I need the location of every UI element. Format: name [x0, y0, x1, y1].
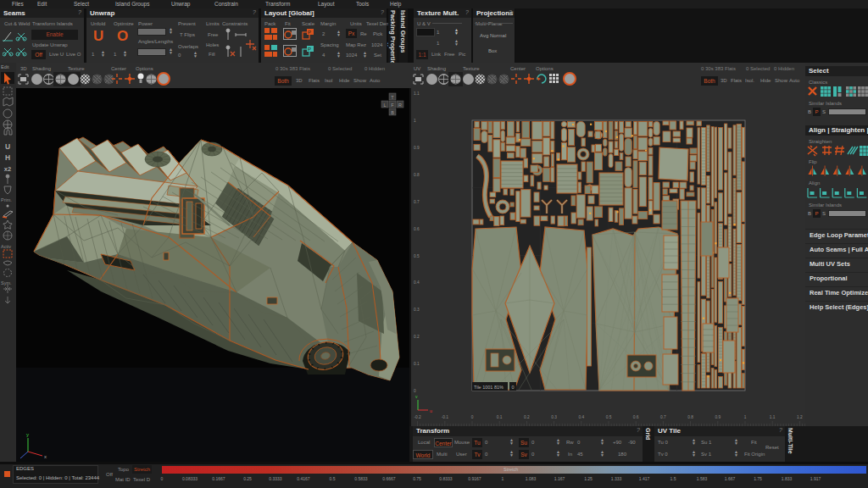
svg-text:H: H	[5, 153, 10, 162]
svg-text:0.3: 0.3	[414, 308, 420, 312]
svg-text:1.1: 1.1	[770, 415, 776, 419]
svg-text:x2: x2	[4, 165, 11, 173]
svg-text:0.4: 0.4	[578, 415, 584, 419]
svg-text:0.5: 0.5	[606, 415, 612, 419]
svg-text:0.7: 0.7	[660, 415, 666, 419]
svg-text:0.7: 0.7	[414, 200, 420, 204]
svg-text:0.1: 0.1	[414, 362, 420, 366]
svg-text:0: 0	[471, 415, 474, 419]
svg-text:0.9: 0.9	[414, 146, 420, 150]
svg-text:Tile 1001 81%: Tile 1001 81%	[474, 385, 504, 390]
svg-text:0: 0	[512, 385, 515, 390]
svg-text:0.5: 0.5	[414, 254, 420, 258]
svg-text:x: x	[44, 454, 47, 459]
svg-text:0.3: 0.3	[551, 415, 557, 419]
svg-text:1.2: 1.2	[797, 415, 803, 419]
svg-text:0.8: 0.8	[687, 415, 693, 419]
svg-text:1.1: 1.1	[414, 92, 420, 96]
svg-text:0.9: 0.9	[715, 415, 721, 419]
svg-text:Activ: Activ	[1, 244, 11, 249]
svg-text:P: P	[308, 30, 311, 35]
svg-text:L: L	[383, 103, 386, 108]
svg-text:0.4: 0.4	[414, 280, 420, 285]
svg-text:0.1: 0.1	[497, 415, 503, 419]
svg-text:0.2: 0.2	[414, 335, 420, 339]
svg-text:y: y	[26, 432, 29, 437]
svg-text:1: 1	[414, 119, 416, 123]
svg-text:0.8: 0.8	[414, 173, 420, 177]
svg-text:R: R	[398, 103, 402, 108]
svg-text:v: v	[415, 394, 418, 399]
svg-text:0.2: 0.2	[524, 415, 530, 419]
svg-text:Sym.: Sym.	[1, 280, 12, 286]
svg-text:Prim.: Prim.	[1, 197, 12, 202]
svg-text:u: u	[430, 408, 432, 413]
svg-text:-0.1: -0.1	[442, 415, 449, 419]
svg-text:0.6: 0.6	[633, 415, 639, 419]
svg-text:0.6: 0.6	[414, 227, 420, 231]
svg-text:0: 0	[414, 389, 416, 393]
svg-text:P: P	[308, 47, 311, 52]
svg-text:U: U	[5, 142, 10, 151]
svg-text:-0.2: -0.2	[414, 415, 421, 419]
svg-text:1: 1	[744, 415, 747, 419]
svg-text:B: B	[391, 110, 394, 115]
